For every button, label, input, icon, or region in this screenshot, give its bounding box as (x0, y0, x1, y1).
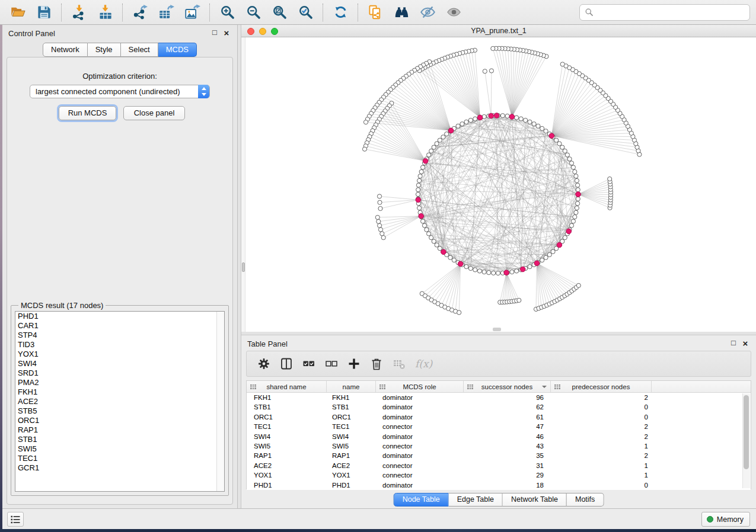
graph-node-dominator[interactable] (441, 249, 446, 255)
mcds-result-node[interactable]: RAP1 (15, 425, 224, 435)
close-panel-icon[interactable]: × (741, 338, 750, 348)
graph-node[interactable] (477, 269, 481, 273)
zoom-selected-button[interactable] (295, 2, 315, 23)
table-row[interactable]: STB1STB1dominator620 (247, 402, 751, 412)
column-header-name[interactable]: name (327, 381, 376, 392)
graph-node[interactable] (473, 117, 477, 121)
graph-node[interactable] (418, 174, 422, 178)
tab-style[interactable]: Style (88, 43, 121, 57)
mcds-result-node[interactable]: ACE2 (15, 397, 224, 406)
table-vertical-scrollbar-thumb[interactable] (744, 395, 749, 469)
graph-node[interactable] (380, 232, 384, 236)
show-columns-button[interactable] (276, 354, 296, 374)
task-history-button[interactable] (7, 512, 24, 527)
graph-node[interactable] (416, 183, 420, 187)
graph-node-dominator[interactable] (534, 261, 540, 266)
graph-node[interactable] (427, 153, 431, 157)
graph-node[interactable] (500, 114, 505, 118)
import-network-button[interactable] (69, 2, 89, 23)
zoom-out-button[interactable] (243, 2, 263, 23)
mcds-result-node[interactable]: STB1 (15, 435, 224, 444)
graph-node[interactable] (575, 178, 579, 182)
graph-node-dominator[interactable] (549, 133, 554, 139)
table-settings-button[interactable] (254, 354, 274, 374)
graph-node[interactable] (505, 114, 509, 118)
graph-node[interactable] (515, 116, 519, 120)
graph-node[interactable] (464, 120, 468, 124)
graph-node[interactable] (417, 178, 422, 182)
graph-node[interactable] (574, 174, 578, 178)
criterion-dropdown[interactable]: largest connected component (undirected) (30, 85, 210, 98)
export-network-button[interactable] (130, 2, 150, 23)
run-mcds-button[interactable]: Run MCDS (59, 106, 116, 120)
graph-node-dominator[interactable] (494, 113, 499, 118)
graph-node[interactable] (452, 258, 456, 262)
graph-node[interactable] (432, 145, 436, 149)
mcds-result-node[interactable]: PMA2 (15, 378, 224, 387)
search-box[interactable] (579, 4, 750, 21)
graph-node[interactable] (362, 147, 366, 151)
graph-node[interactable] (510, 270, 514, 274)
graph-node-dominator[interactable] (509, 114, 515, 120)
graph-node[interactable] (482, 270, 486, 274)
network-horizontal-scrollbar-thumb[interactable] (493, 328, 501, 331)
graph-node[interactable] (528, 120, 532, 124)
deselect-all-button[interactable] (321, 354, 342, 374)
export-table-button[interactable] (156, 2, 176, 23)
mcds-result-node[interactable]: FKH1 (15, 387, 224, 397)
tab-mcds[interactable]: MCDS (158, 43, 197, 57)
table-vertical-scrollbar[interactable] (742, 393, 750, 488)
graph-node[interactable] (422, 223, 426, 227)
graph-node[interactable] (489, 69, 493, 73)
graph-node[interactable] (378, 206, 382, 210)
tab-motifs[interactable]: Motifs (567, 493, 604, 507)
graph-node[interactable] (435, 243, 439, 247)
table-row[interactable]: SWI5SWI5connector431 (247, 441, 751, 451)
close-panel-icon[interactable]: × (222, 28, 231, 38)
graph-node[interactable] (445, 132, 449, 136)
column-header-successor-nodes[interactable]: successor nodes (464, 381, 551, 392)
column-header-MCDS-role[interactable]: MCDS role (376, 381, 464, 392)
graph-node[interactable] (547, 252, 551, 257)
graph-node-dominator[interactable] (557, 242, 562, 248)
graph-node[interactable] (551, 249, 555, 254)
graph-node[interactable] (560, 62, 564, 66)
graph-node[interactable] (483, 69, 487, 73)
graph-node-dominator[interactable] (416, 197, 421, 203)
float-panel-icon[interactable]: □ (210, 28, 219, 37)
select-all-button[interactable] (299, 354, 319, 374)
delete-table-button[interactable] (389, 354, 409, 374)
tab-select[interactable]: Select (121, 43, 158, 57)
save-session-button[interactable] (34, 2, 54, 23)
sort-chevron-icon[interactable] (542, 386, 547, 388)
graph-node[interactable] (575, 206, 579, 210)
graph-node[interactable] (563, 236, 567, 240)
graph-node[interactable] (576, 201, 580, 206)
mcds-result-node[interactable]: PHD1 (15, 312, 224, 321)
table-row[interactable]: TEC1TEC1connector472 (247, 422, 751, 431)
memory-button[interactable]: Memory (701, 512, 750, 527)
graph-node[interactable] (540, 258, 544, 262)
graph-node-dominator[interactable] (520, 267, 525, 272)
graph-node[interactable] (532, 122, 536, 126)
graph-node-dominator[interactable] (448, 128, 454, 133)
delete-column-button[interactable] (366, 354, 387, 374)
table-row[interactable]: PHD1PHD1dominator180 (247, 480, 751, 490)
graph-node[interactable] (565, 153, 569, 157)
graph-node[interactable] (429, 149, 433, 153)
graph-node[interactable] (528, 265, 532, 269)
graph-node-dominator[interactable] (489, 113, 494, 118)
graph-node[interactable] (487, 271, 491, 275)
graph-node[interactable] (573, 215, 577, 219)
open-file-button[interactable] (8, 2, 28, 23)
graph-node[interactable] (544, 255, 548, 259)
graph-node[interactable] (576, 283, 580, 287)
column-header-shared-name[interactable]: shared name (247, 381, 327, 392)
zoom-fit-button[interactable] (269, 2, 289, 23)
graph-node[interactable] (574, 210, 578, 214)
mcds-result-node[interactable]: CAR1 (15, 321, 224, 331)
apply-layout-refresh-button[interactable] (330, 2, 350, 23)
graph-node[interactable] (456, 124, 460, 128)
mcds-result-list[interactable]: PHD1CAR1STP4TID3YOX1SWI4SRD1PMA2FKH1ACE2… (15, 311, 225, 492)
mcds-result-node[interactable]: TEC1 (15, 454, 224, 463)
